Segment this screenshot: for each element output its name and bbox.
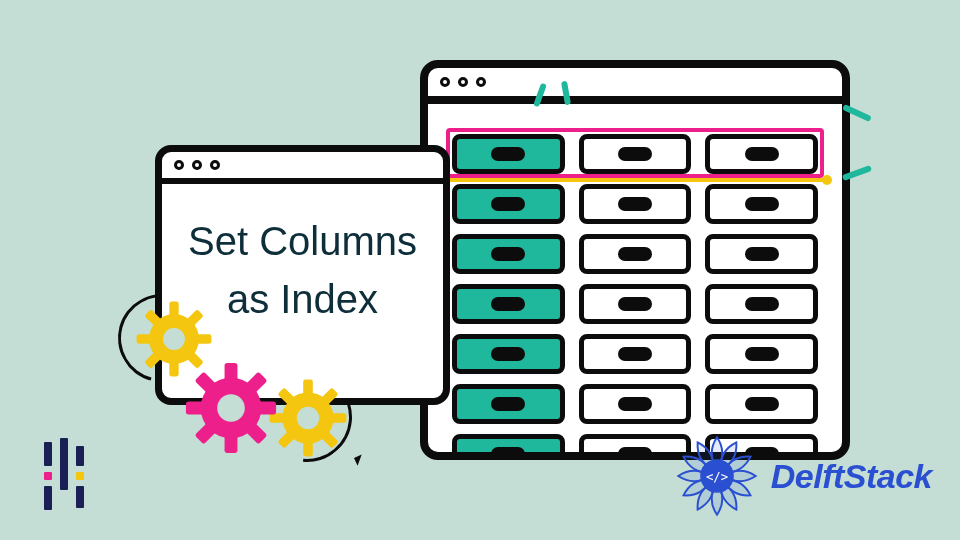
data-cell (705, 284, 818, 324)
gear-icon (268, 378, 348, 458)
index-cell (452, 284, 565, 324)
title-bar-front (162, 152, 443, 184)
cell-pill (618, 347, 652, 361)
svg-point-8 (297, 407, 319, 429)
pandas-logo-icon (38, 438, 96, 516)
cell-pill (618, 197, 652, 211)
data-cell (579, 334, 692, 374)
cell-pill (745, 297, 779, 311)
delftstack-logo: </> DelftStack (673, 432, 932, 520)
svg-point-5 (217, 394, 245, 422)
data-cell (579, 184, 692, 224)
cell-pill (491, 147, 525, 161)
data-cell (579, 384, 692, 424)
data-cell (579, 234, 692, 274)
index-cell (452, 134, 565, 174)
data-cell (705, 384, 818, 424)
traffic-light-dot (192, 160, 202, 170)
cell-pill (618, 247, 652, 261)
data-cell (705, 184, 818, 224)
cell-pill (745, 197, 779, 211)
traffic-light-dot (210, 160, 220, 170)
cell-pill (745, 347, 779, 361)
cell-pill (745, 397, 779, 411)
cell-pill (491, 197, 525, 211)
index-cell (452, 384, 565, 424)
data-cell (705, 234, 818, 274)
cell-pill (491, 297, 525, 311)
svg-rect-1 (169, 302, 178, 318)
cell-pill (618, 297, 652, 311)
cell-pill (745, 247, 779, 261)
cell-pill (618, 397, 652, 411)
traffic-light-dot (174, 160, 184, 170)
data-cell (705, 134, 818, 174)
caption-line-2: as Index (180, 270, 425, 328)
cell-pill (491, 347, 525, 361)
caption-line-1: Set Columns (180, 212, 425, 270)
svg-rect-4 (225, 363, 238, 383)
data-cell (705, 334, 818, 374)
arrowhead-icon (346, 450, 361, 465)
code-badge: </> (706, 470, 728, 484)
cell-pill (618, 147, 652, 161)
traffic-light-dot (440, 77, 450, 87)
table-window (420, 60, 850, 460)
data-grid (452, 134, 818, 460)
delftstack-text: DelftStack (771, 457, 932, 496)
index-cell (452, 184, 565, 224)
svg-rect-7 (303, 380, 313, 396)
mandala-icon: </> (673, 432, 761, 520)
table-area (428, 104, 842, 460)
cell-pill (745, 147, 779, 161)
title-bar-back (428, 68, 842, 104)
traffic-light-dot (476, 77, 486, 87)
svg-point-2 (163, 328, 185, 350)
cell-pill (491, 397, 525, 411)
index-cell (452, 334, 565, 374)
data-cell (579, 284, 692, 324)
data-cell (579, 134, 692, 174)
index-cell (452, 234, 565, 274)
cell-pill (491, 247, 525, 261)
gear-icon (185, 362, 277, 454)
cell-pill (491, 447, 525, 460)
traffic-light-dot (458, 77, 468, 87)
index-cell (452, 434, 565, 460)
cell-pill (618, 447, 652, 460)
